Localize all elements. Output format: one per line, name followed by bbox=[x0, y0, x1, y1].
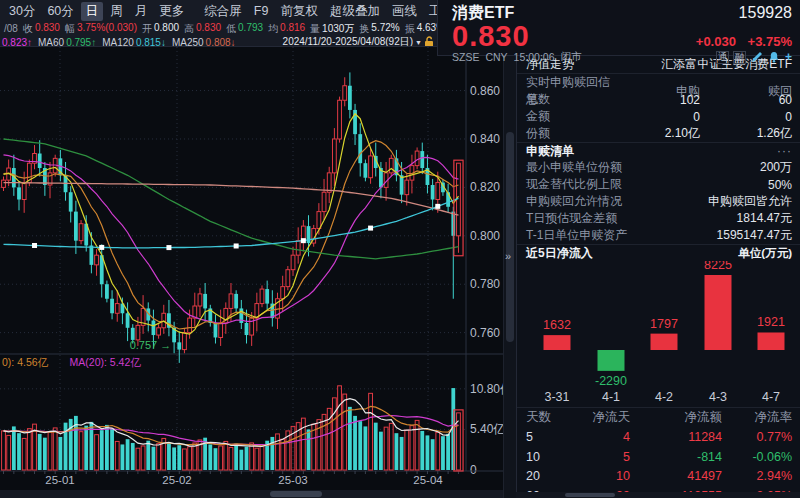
flow-table-row[interactable]: 105-814-0.06% bbox=[517, 447, 800, 467]
security-code: 159928 bbox=[739, 4, 792, 22]
quote-field-均: 均0.816 bbox=[268, 22, 305, 35]
chevron-down-icon[interactable]: ▼ bbox=[415, 39, 422, 46]
svg-text:MA(20): 5.42亿: MA(20): 5.42亿 bbox=[70, 356, 142, 368]
date-range-label[interactable]: 2024/11/20-2025/04/08(92日) bbox=[283, 35, 413, 48]
currency-label: CNY bbox=[485, 51, 507, 63]
panel-horizontal-scrollbar[interactable] bbox=[516, 492, 800, 498]
redeem-row: T日预估现金差额1814.47元 bbox=[517, 210, 800, 227]
svg-text:25-03: 25-03 bbox=[278, 474, 307, 486]
flow-table-row[interactable]: 2010414972.94% bbox=[517, 467, 800, 487]
svg-text:4-1: 4-1 bbox=[602, 390, 620, 404]
etf-info-panel: 净值走势 汇添富中证主要消费ETF 实时申购赎回信息 申购 赎回 笔数10260… bbox=[516, 56, 800, 498]
bell-icon[interactable] bbox=[768, 51, 780, 63]
ma-value-item: MA2500.808↓ bbox=[172, 37, 236, 48]
svg-text:4-7: 4-7 bbox=[762, 390, 780, 404]
ohlc-summary-row: /08收0.830幅3.75%(0.030)开0.800高0.830低0.793… bbox=[0, 22, 437, 35]
net-inflow-table: 天数净流天净流额净流率54112840.77%105-814-0.06%2010… bbox=[517, 407, 800, 498]
svg-text:-2290: -2290 bbox=[595, 374, 627, 388]
flow-table-row[interactable]: 54112840.77% bbox=[517, 428, 800, 448]
tab-周[interactable]: 周 bbox=[105, 2, 128, 21]
svg-text:4-3: 4-3 bbox=[709, 390, 727, 404]
toolbar-item-F9[interactable]: F9 bbox=[249, 3, 274, 19]
svg-text:0.760: 0.760 bbox=[470, 326, 500, 340]
quote-field-幅: 幅3.75%(0.030) bbox=[65, 22, 137, 35]
date-fragment: /08 bbox=[4, 23, 18, 34]
svg-text:0.860: 0.860 bbox=[470, 84, 500, 98]
svg-text:5.40亿: 5.40亿 bbox=[470, 422, 503, 436]
svg-text:0.840: 0.840 bbox=[470, 132, 500, 146]
redeem-list-title: 申赎清单 bbox=[526, 143, 574, 160]
market-status: 闭市 bbox=[560, 50, 581, 64]
svg-text:1921: 1921 bbox=[757, 315, 785, 329]
redeem-list-header[interactable]: 申赎清单 ··· bbox=[517, 142, 800, 159]
svg-text:3-31: 3-31 bbox=[544, 390, 569, 404]
toolbar-item-综合屏[interactable]: 综合屏 bbox=[199, 2, 247, 21]
svg-text:25-02: 25-02 bbox=[162, 474, 191, 486]
svg-text:8225: 8225 bbox=[704, 261, 732, 272]
candles bbox=[2, 72, 461, 362]
svg-text:1797: 1797 bbox=[650, 317, 678, 331]
svg-text:4-2: 4-2 bbox=[655, 390, 673, 404]
tab-月[interactable]: 月 bbox=[130, 2, 153, 21]
svg-text:1632: 1632 bbox=[543, 318, 571, 332]
net-inflow-bar-chart: 16323-31-22904-117974-282254-319214-7 bbox=[517, 261, 800, 407]
toolbar-item-工具[interactable]: 工具 bbox=[424, 2, 437, 21]
divider-scrollbar-thumb[interactable] bbox=[506, 132, 514, 342]
tab-60分[interactable]: 60分 bbox=[42, 2, 78, 21]
flow-table-header: 天数净流天净流额净流率 bbox=[517, 408, 800, 428]
trading-app-window: 30分60分日周月更多综合屏F9前复权超级叠加画线工具⚙?> /08收0.830… bbox=[0, 0, 800, 498]
svg-text:10.80亿: 10.80亿 bbox=[470, 382, 503, 396]
pencil-icon[interactable] bbox=[751, 51, 763, 63]
badge-融[interactable]: 融 bbox=[733, 51, 746, 64]
subscribe-header-row: 实时申购赎回信息 申购 赎回 bbox=[517, 74, 800, 91]
chart-horizontal-scrollbar[interactable] bbox=[0, 490, 503, 498]
tab-30分[interactable]: 30分 bbox=[4, 2, 40, 21]
subscribe-table: 笔数10260金额00份额2.10亿1.26亿 bbox=[517, 91, 800, 142]
net-inflow-unit: 单位(万元) bbox=[738, 246, 792, 261]
quote-field-收: 收0.830 bbox=[23, 22, 60, 35]
margin-badges: 通融 bbox=[716, 51, 746, 64]
tab-更多[interactable]: 更多 bbox=[154, 2, 189, 21]
svg-text:0.757 →: 0.757 → bbox=[130, 339, 172, 351]
ma-value-item: MA1200.815↓ bbox=[102, 37, 166, 48]
quote-header: 消费ETF 159928 0.830 +0.030 +3.75% SZSE CN… bbox=[437, 0, 800, 56]
change-value: +0.030 bbox=[696, 34, 736, 49]
toolbar-item-前复权[interactable]: 前复权 bbox=[275, 2, 323, 21]
net-inflow-title: 近5日净流入 bbox=[526, 245, 593, 262]
chart-scrollbar-thumb[interactable] bbox=[270, 491, 322, 497]
quote-action-icons: 通融 + bbox=[716, 50, 792, 64]
candlestick-chart[interactable]: 0.8600.8400.8200.8000.7800.76025-0125-02… bbox=[0, 47, 503, 490]
more-ellipsis-icon[interactable]: ··· bbox=[777, 144, 792, 158]
add-icon[interactable]: + bbox=[785, 50, 792, 64]
unlock-icon[interactable] bbox=[424, 36, 435, 47]
redeem-row: 申购赎回允许情况申购赎回皆允许 bbox=[517, 193, 800, 210]
date-range-selector[interactable]: 2024/11/20-2025/04/08(92日) ▼ bbox=[283, 35, 435, 48]
exchange-label: SZSE bbox=[452, 51, 479, 63]
toolbar-item-超级叠加[interactable]: 超级叠加 bbox=[325, 2, 385, 21]
svg-text:0): 4.56亿: 0): 4.56亿 bbox=[2, 356, 49, 368]
panel-divider: » bbox=[503, 47, 516, 498]
quote-field-高: 高0.830 bbox=[184, 22, 221, 35]
panel-scrollbar-thumb[interactable] bbox=[565, 493, 615, 497]
subscribe-row: 笔数10260 bbox=[517, 91, 800, 108]
svg-text:0: 0 bbox=[470, 463, 477, 477]
period-tab-row: 30分60分日周月更多综合屏F9前复权超级叠加画线工具⚙?> bbox=[0, 0, 437, 22]
ma-values: 0.823↑MA600.795↑MA1200.815↓MA2500.808↓ bbox=[2, 37, 236, 48]
toolbar-item-画线[interactable]: 画线 bbox=[387, 2, 422, 21]
quote-field-量: 量1030万 bbox=[310, 22, 354, 35]
ma-value-item: MA600.795↑ bbox=[38, 37, 96, 48]
price-change: +0.030 +3.75% bbox=[696, 34, 792, 49]
net-inflow-header: 近5日净流入 单位(万元) bbox=[517, 244, 800, 261]
tab-日[interactable]: 日 bbox=[81, 2, 104, 21]
redeem-row: T-1日单位申赎资产1595147.47元 bbox=[517, 227, 800, 244]
redeem-info-list: 最小申赎单位份额200万现金替代比例上限50%申购赎回允许情况申购赎回皆允许T日… bbox=[517, 159, 800, 244]
redeem-row: 现金替代比例上限50% bbox=[517, 176, 800, 193]
subscribe-row: 金额00 bbox=[517, 108, 800, 125]
collapse-panel-icon[interactable]: » bbox=[505, 250, 511, 262]
quote-field-开: 开0.800 bbox=[142, 22, 179, 35]
quote-field-低: 低0.793 bbox=[226, 22, 263, 35]
redeem-row: 最小申赎单位份额200万 bbox=[517, 159, 800, 176]
svg-text:25-01: 25-01 bbox=[45, 474, 74, 486]
ma-value-item: 0.823↑ bbox=[2, 37, 32, 48]
badge-通[interactable]: 通 bbox=[716, 51, 729, 64]
